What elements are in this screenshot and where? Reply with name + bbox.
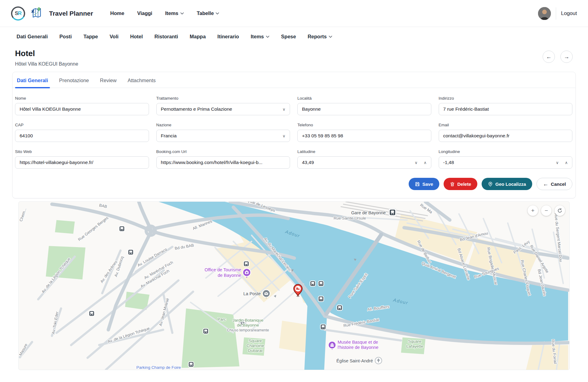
booking-url-label: Booking.com Url — [156, 149, 290, 154]
save-button[interactable]: Save — [409, 178, 439, 190]
zoom-in-button[interactable]: + — [528, 205, 538, 216]
travel-map-logo-icon — [29, 6, 44, 21]
email-label: Email — [439, 123, 573, 127]
subnav-itinerario[interactable]: Itinerario — [217, 34, 239, 40]
hotel-form: Nome Trattamento Pernottamento e Prima C… — [13, 88, 575, 169]
arrow-left-icon: ← — [543, 181, 548, 187]
telefono-label: Telefono — [297, 123, 431, 127]
nazione-select[interactable]: Francia ∨ — [156, 130, 290, 142]
sito-web-label: Sito Web — [15, 149, 149, 154]
map-canvas[interactable]: Quai de Lesseps Rue Ma Rue du Sergent Ma… — [18, 201, 570, 370]
chevron-down-icon — [329, 36, 332, 38]
nav-tabelle-menu[interactable]: Tabelle — [197, 10, 220, 16]
app-title: Travel Planner — [49, 10, 93, 17]
church-poi-icon[interactable] — [375, 357, 382, 364]
chevron-down-icon: ∨ — [282, 134, 285, 138]
nome-field[interactable] — [15, 103, 149, 115]
avatar[interactable] — [538, 7, 551, 20]
reset-view-button[interactable] — [555, 205, 565, 216]
localita-label: Località — [297, 96, 431, 101]
svg-text:Parking Champ de Foire: Parking Champ de Foire — [136, 365, 181, 370]
chevron-down-icon: ∨ — [282, 107, 285, 112]
subnav-tappe[interactable]: Tappe — [83, 34, 98, 40]
page-subtitle: Hôtel Villa KOEGUI Bayonne — [15, 61, 78, 67]
svg-text:Lafayette: Lafayette — [406, 344, 423, 349]
page-title: Hotel — [15, 49, 78, 58]
longitudine-stepper[interactable]: -1,48 ∨ ∧ — [439, 156, 573, 169]
nome-label: Nome — [15, 96, 149, 101]
localita-field[interactable] — [297, 103, 431, 115]
decrement-icon[interactable]: ∨ — [556, 160, 559, 165]
svg-text:Rue Sainte-Ursule: Rue Sainte-Ursule — [334, 216, 366, 220]
increment-icon[interactable]: ∧ — [424, 160, 427, 165]
svg-text:Gare de Bayonne: Gare de Bayonne — [351, 210, 386, 215]
zoom-out-button[interactable]: − — [541, 205, 552, 216]
email-field[interactable] — [439, 130, 573, 142]
svg-text:Musée Basque et de: Musée Basque et de — [338, 340, 378, 345]
nav-items-menu[interactable]: Items — [165, 10, 184, 16]
trattamento-select[interactable]: Pernottamento e Prima Colazione ∨ — [156, 103, 290, 115]
svg-text:de Bayonne: de Bayonne — [218, 273, 241, 278]
svg-text:Square: Square — [408, 339, 421, 344]
indirizzo-label: Indirizzo — [439, 96, 573, 101]
svg-text:de Bayonne: de Bayonne — [237, 323, 259, 327]
divider — [556, 7, 556, 20]
svg-text:Square: Square — [249, 338, 262, 343]
increment-icon[interactable]: ∧ — [565, 160, 568, 165]
subnav-dati-generali[interactable]: Dati Generali — [17, 34, 48, 40]
arrow-left-icon: ← — [546, 54, 552, 60]
sito-web-field[interactable] — [15, 156, 149, 169]
subnav-voli[interactable]: Voli — [110, 34, 119, 40]
logout-link[interactable]: Logout — [561, 10, 577, 17]
telefono-field[interactable] — [297, 130, 431, 142]
svg-text:Office de Tourisme: Office de Tourisme — [204, 267, 241, 272]
geo-localizza-button[interactable]: Geo Localizza — [482, 178, 532, 190]
top-navbar: SR Travel Planner Home Viaggi Items Tabe… — [0, 0, 588, 27]
map-controls: + − — [528, 205, 565, 216]
chevron-down-icon — [266, 36, 269, 38]
svg-text:Chanoine: Chanoine — [246, 343, 264, 348]
latitudine-stepper[interactable]: 43,49 ∨ ∧ — [297, 156, 431, 169]
svg-text:Jardin Botanique: Jardin Botanique — [233, 318, 264, 323]
booking-url-field[interactable] — [156, 156, 290, 169]
cap-field[interactable] — [15, 130, 149, 142]
longitudine-label: Longitudine — [439, 149, 573, 154]
svg-text:l'histoire de Bayonne: l'histoire de Bayonne — [338, 345, 378, 350]
arrow-right-icon: → — [564, 54, 569, 60]
train-station-icon[interactable] — [388, 208, 396, 216]
form-actions: Save Delete Geo Localizza ← Cancel — [13, 169, 575, 198]
sr-logo: SR — [11, 6, 25, 21]
tab-prenotazione[interactable]: Prenotazione — [59, 78, 89, 88]
decrement-icon[interactable]: ∨ — [414, 160, 418, 165]
hotel-detail-card: Dati Generali Prenotazione Review Attach… — [12, 72, 576, 198]
subnav-posti[interactable]: Posti — [59, 34, 72, 40]
nav-home[interactable]: Home — [110, 10, 124, 16]
indirizzo-field[interactable] — [439, 103, 573, 115]
tab-attachments[interactable]: Attachments — [128, 78, 156, 88]
subnav-reports-menu[interactable]: Reports — [307, 34, 332, 40]
nazione-label: Nazione — [156, 123, 290, 127]
trattamento-label: Trattamento — [156, 96, 290, 101]
map-graphics: Quai de Lesseps Rue Ma Rue du Sergent Ma… — [19, 202, 569, 370]
next-record-button[interactable]: → — [560, 51, 573, 63]
nav-viaggi[interactable]: Viaggi — [137, 10, 152, 16]
prev-record-button[interactable]: ← — [543, 51, 555, 63]
subnav-items-menu[interactable]: Items — [251, 34, 269, 40]
svg-text:Dubarat: Dubarat — [248, 348, 263, 353]
svg-text:Église Saint-André: Église Saint-André — [336, 358, 373, 363]
svg-text:Parc: Parc — [218, 317, 226, 322]
subnav-mappa[interactable]: Mappa — [190, 34, 206, 40]
delete-button[interactable]: Delete — [444, 178, 477, 190]
trash-icon — [450, 181, 455, 187]
trip-subnav: Dati Generali Posti Tappe Voli Hotel Ris… — [0, 27, 588, 43]
latitudine-label: Latitudine — [297, 149, 431, 154]
cancel-button[interactable]: ← Cancel — [536, 178, 572, 190]
tab-dati-generali[interactable]: Dati Generali — [17, 78, 48, 88]
tab-review[interactable]: Review — [100, 78, 116, 88]
subnav-spese[interactable]: Spese — [281, 34, 296, 40]
svg-text:Chiuso temporaneamente: Chiuso temporaneamente — [227, 328, 269, 332]
chevron-down-icon — [180, 12, 184, 14]
subnav-hotel[interactable]: Hotel — [130, 34, 143, 40]
subnav-ristoranti[interactable]: Ristoranti — [155, 34, 178, 40]
location-pin-icon — [488, 181, 493, 187]
